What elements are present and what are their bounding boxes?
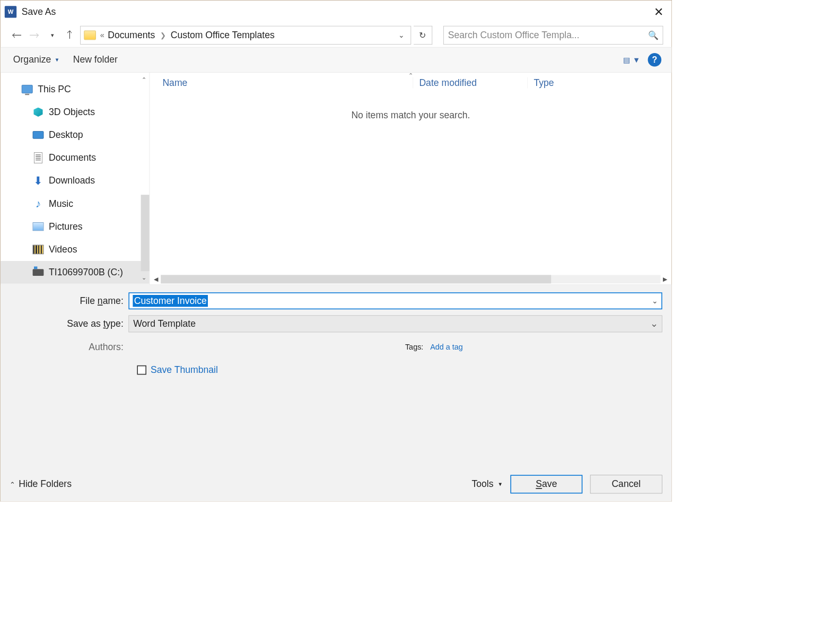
scroll-left-icon[interactable]: ◀ [152,276,161,283]
scrollbar-thumb[interactable] [161,275,551,283]
tree-drive-c[interactable]: TI10699700B (C:) [1,261,150,284]
scroll-right-icon[interactable]: ▶ [661,276,670,283]
forward-button[interactable]: 🡒 [27,28,42,43]
this-pc-icon [22,84,33,95]
filename-input[interactable]: Customer Invoice ⌄ [128,292,662,309]
path-overflow-icon[interactable]: « [100,31,104,40]
close-button[interactable]: ✕ [650,3,667,20]
tags-label: Tags: [405,343,423,352]
tree-videos[interactable]: Videos [1,238,150,261]
save-button[interactable]: Save [510,475,582,493]
tree-downloads[interactable]: ⬇ Downloads [1,169,150,192]
filetype-dropdown-icon[interactable]: ⌄ [650,318,658,329]
refresh-button[interactable]: ↻ [414,26,432,45]
bottom-panel: File name: Customer Invoice ⌄ Save as ty… [1,285,672,501]
file-list-pane: ⌃ Name Date modified Type No items match… [150,73,671,284]
authors-label: Authors: [10,342,128,353]
metadata-row: Authors: Tags: Add a tag [10,342,662,353]
organize-button[interactable]: Organize ▼ [11,53,62,67]
tools-button[interactable]: Tools ▼ [471,478,503,490]
chevron-up-icon: ⌃ [10,480,15,488]
help-button[interactable]: ? [648,53,662,67]
tree-documents[interactable]: Documents [1,146,150,169]
collapse-breadcrumb-icon[interactable]: ⌃ [408,72,414,79]
column-date[interactable]: Date modified [413,77,527,89]
scrollbar-thumb[interactable] [141,195,150,271]
chevron-down-icon: ▼ [55,57,60,63]
breadcrumb-separator-icon: ❯ [160,31,165,39]
hide-folders-button[interactable]: ⌃ Hide Folders [10,478,72,490]
titlebar: W Save As ✕ [1,1,672,23]
breadcrumb-parent[interactable]: Documents [106,30,156,41]
up-button[interactable]: 🡑 [63,28,78,43]
chevron-down-icon: ▼ [633,55,640,64]
nav-row: 🡐 🡒 ▾ 🡑 « Documents ❯ Custom Office Temp… [1,23,672,47]
search-placeholder: Search Custom Office Templa... [448,30,648,41]
scroll-up-icon[interactable]: ⌃ [142,76,147,83]
footer: ⌃ Hide Folders Tools ▼ Save Cancel [10,475,662,493]
address-dropdown-icon[interactable]: ⌄ [398,31,407,40]
tree-desktop[interactable]: Desktop [1,124,150,146]
empty-message: No items match your search. [150,93,671,274]
videos-icon [33,244,44,255]
filename-value: Customer Invoice [133,295,208,307]
thumbnail-row: Save Thumbnail [10,364,662,376]
downloads-icon: ⬇ [33,175,44,186]
toolbar: Organize ▼ New folder ▤ ▼ ? [1,47,672,73]
documents-icon [33,152,44,163]
add-tag-link[interactable]: Add a tag [430,343,463,352]
scrollbar-track[interactable] [161,275,660,283]
folder-tree: ⌃ ⌄ This PC 3D Objects Desktop Documents… [1,73,150,284]
save-as-dialog: W Save As ✕ 🡐 🡒 ▾ 🡑 « Documents ❯ Custom… [0,0,672,502]
pictures-icon [33,221,44,232]
desktop-icon [33,129,44,141]
filetype-row: Save as type: Word Template ⌄ [10,315,662,332]
tree-pictures[interactable]: Pictures [1,215,150,238]
tree-music[interactable]: ♪ Music [1,192,150,215]
filetype-label: Save as type: [10,318,128,329]
breadcrumb-current[interactable]: Custom Office Templates [169,30,276,41]
search-input[interactable]: Search Custom Office Templa... 🔍 [443,26,663,45]
filetype-select[interactable]: Word Template ⌄ [128,315,662,332]
address-bar[interactable]: « Documents ❯ Custom Office Templates ⌄ [80,26,411,45]
chevron-down-icon: ▼ [497,481,503,487]
main-area: ⌃ ⌄ This PC 3D Objects Desktop Documents… [1,73,672,285]
filename-row: File name: Customer Invoice ⌄ [10,292,662,309]
filetype-value: Word Template [133,318,196,329]
filename-dropdown-icon[interactable]: ⌄ [652,296,658,306]
folder-icon [84,31,95,40]
save-thumbnail-checkbox[interactable] [137,365,146,375]
save-thumbnail-label[interactable]: Save Thumbnail [151,364,218,376]
recent-dropdown[interactable]: ▾ [45,28,60,43]
horizontal-scrollbar[interactable]: ◀ ▶ [150,274,671,284]
list-view-icon: ▤ [623,55,630,65]
column-name[interactable]: Name [162,77,413,89]
filename-label: File name: [10,295,128,307]
back-button[interactable]: 🡐 [9,28,24,43]
word-app-icon: W [5,6,16,18]
view-mode-button[interactable]: ▤ ▼ [623,55,640,65]
tree-3d-objects[interactable]: 3D Objects [1,101,150,124]
scroll-down-icon[interactable]: ⌄ [142,274,147,281]
3d-objects-icon [33,107,44,118]
cancel-button[interactable]: Cancel [590,475,662,493]
music-icon: ♪ [33,198,44,210]
tree-this-pc[interactable]: This PC [1,77,150,100]
column-type[interactable]: Type [527,77,671,89]
search-icon[interactable]: 🔍 [648,30,659,40]
drive-icon [33,267,44,278]
dialog-title: Save As [22,6,56,18]
new-folder-button[interactable]: New folder [71,53,120,67]
